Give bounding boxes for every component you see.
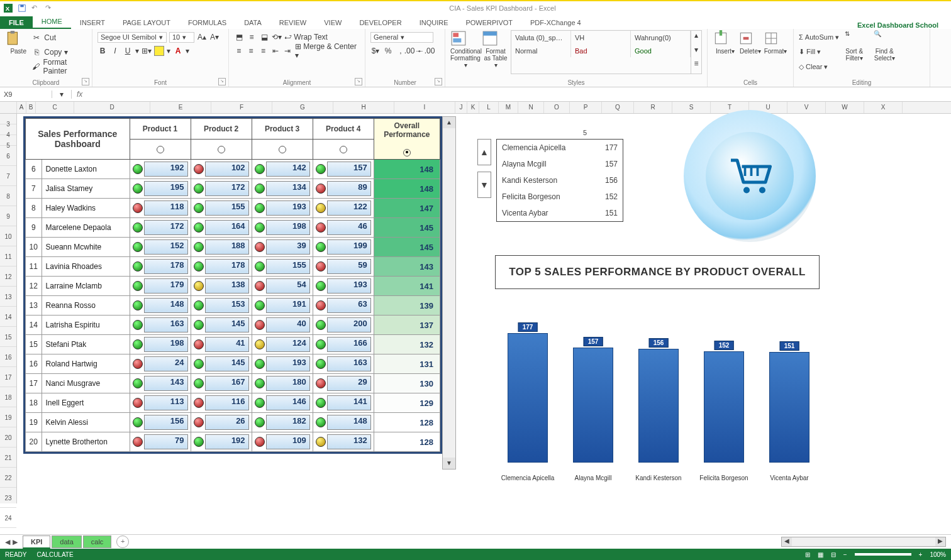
- font-size-select[interactable]: 10 ▾: [169, 32, 194, 43]
- col-hdr-S[interactable]: S: [672, 102, 711, 113]
- autosum-button[interactable]: Σ AutoSum ▾: [799, 33, 839, 41]
- horizontal-scrollbar[interactable]: ◀▶: [781, 537, 946, 547]
- orientation-icon[interactable]: ⟲▾: [272, 32, 282, 42]
- col-hdr-H[interactable]: H: [333, 102, 394, 113]
- row-hdr-15[interactable]: 15: [0, 327, 16, 347]
- radio-product1[interactable]: [157, 146, 164, 153]
- sheet-tab-kpi[interactable]: KPI: [23, 535, 50, 549]
- insert-cells-button[interactable]: Insert▾: [713, 30, 738, 74]
- name-box[interactable]: X9: [0, 91, 52, 98]
- sort-filter-button[interactable]: ⇅Sort & Filter▾: [839, 30, 869, 74]
- tab-view[interactable]: VIEW: [315, 16, 350, 29]
- tab-pdf[interactable]: PDF-XChange 4: [521, 16, 590, 29]
- align-bot-icon[interactable]: ⬓: [259, 32, 269, 42]
- underline-button[interactable]: U: [123, 46, 133, 56]
- row-hdr-16[interactable]: 16: [0, 347, 16, 367]
- row-hdr-18[interactable]: 18: [0, 387, 16, 407]
- scroll-up-icon[interactable]: ▲: [443, 117, 455, 128]
- zoom-in-icon[interactable]: +: [919, 551, 923, 558]
- row-hdr-21[interactable]: 21: [0, 447, 16, 468]
- row-hdr-3[interactable]: 3: [0, 114, 16, 124]
- gallery-up-icon[interactable]: ▴: [691, 31, 701, 45]
- number-format-select[interactable]: General ▾: [370, 32, 433, 43]
- style-valuta[interactable]: Valuta (0)_sp…: [511, 31, 571, 44]
- col-hdr-L[interactable]: L: [479, 102, 499, 113]
- col-hdr-B[interactable]: B: [26, 102, 36, 113]
- copy-button[interactable]: ⎘Copy ▾: [31, 45, 87, 59]
- row-hdr-12[interactable]: 12: [0, 266, 16, 287]
- font-color-button[interactable]: A: [173, 46, 183, 56]
- row-hdr-5[interactable]: 5: [0, 135, 16, 146]
- row-hdr-9[interactable]: 9: [0, 206, 16, 226]
- zoom-level[interactable]: 100%: [930, 551, 946, 558]
- sheet-tab-data[interactable]: data: [52, 535, 81, 548]
- col-hdr-D[interactable]: D: [74, 102, 150, 113]
- col-hdr-I[interactable]: I: [394, 102, 455, 113]
- inc-indent-icon[interactable]: ⇥: [283, 46, 292, 56]
- tab-developer[interactable]: DEVELOPER: [350, 16, 410, 29]
- col-hdr-G[interactable]: G: [272, 102, 333, 113]
- style-normal[interactable]: Normal: [511, 44, 571, 57]
- tab-inquire[interactable]: INQUIRE: [411, 16, 457, 29]
- style-good[interactable]: Good: [631, 44, 691, 57]
- zoom-slider[interactable]: [855, 553, 911, 556]
- clipboard-launcher[interactable]: ↘: [82, 78, 89, 85]
- dec-decimal-icon[interactable]: ←.00: [421, 46, 431, 56]
- tab-nav-next-icon[interactable]: ▶: [13, 538, 18, 546]
- zoom-out-icon[interactable]: −: [843, 551, 847, 558]
- row-hdr-22[interactable]: 22: [0, 468, 16, 488]
- save-icon[interactable]: [18, 4, 26, 13]
- shrink-font-icon[interactable]: A▾: [209, 32, 220, 42]
- bold-button[interactable]: B: [97, 46, 108, 56]
- col-hdr-Q[interactable]: Q: [602, 102, 634, 113]
- radio-product3[interactable]: [279, 146, 286, 153]
- clear-button[interactable]: ◇ Clear ▾: [799, 63, 839, 71]
- border-button[interactable]: ⊞▾: [142, 46, 152, 56]
- tab-review[interactable]: REVIEW: [270, 16, 315, 29]
- col-hdr-M[interactable]: M: [499, 102, 518, 113]
- font-name-select[interactable]: Segoe UI Semibol ▾: [97, 32, 167, 43]
- tab-powerpivot[interactable]: POWERPIVOT: [457, 16, 521, 29]
- style-vh[interactable]: VH: [571, 31, 631, 44]
- col-hdr-K[interactable]: K: [467, 102, 479, 113]
- row-hdr-8[interactable]: 8: [0, 186, 16, 206]
- style-bad[interactable]: Bad: [571, 44, 631, 57]
- namebox-dropdown-icon[interactable]: ▾: [52, 90, 72, 99]
- col-hdr-P[interactable]: P: [570, 102, 602, 113]
- row-hdr-13[interactable]: 13: [0, 287, 16, 307]
- col-hdr-O[interactable]: O: [544, 102, 570, 113]
- row-hdr-20[interactable]: 20: [0, 427, 16, 447]
- format-painter-button[interactable]: 🖌Format Painter: [31, 60, 87, 74]
- row-hdr-10[interactable]: 10: [0, 226, 16, 246]
- tab-nav-prev-icon[interactable]: ◀: [5, 538, 10, 546]
- radio-product4[interactable]: [340, 146, 347, 153]
- tab-insert[interactable]: INSERT: [71, 16, 114, 29]
- font-launcher[interactable]: ↘: [218, 78, 226, 85]
- tab-data[interactable]: DATA: [235, 16, 270, 29]
- tab-page-layout[interactable]: PAGE LAYOUT: [114, 16, 179, 29]
- alignment-launcher[interactable]: ↘: [355, 78, 362, 85]
- row-hdr-4[interactable]: 4: [0, 124, 16, 135]
- percent-icon[interactable]: %: [383, 46, 393, 56]
- row-hdr-24[interactable]: 24: [0, 508, 16, 528]
- undo-icon[interactable]: ↶: [31, 4, 40, 13]
- col-hdr-N[interactable]: N: [518, 102, 544, 113]
- spin-up-button[interactable]: ▲: [477, 139, 491, 165]
- align-mid-icon[interactable]: ≡: [247, 32, 257, 42]
- row-hdr-19[interactable]: 19: [0, 407, 16, 427]
- col-hdr-A[interactable]: A: [17, 102, 26, 113]
- align-center-icon[interactable]: ≡: [246, 46, 255, 56]
- italic-button[interactable]: I: [110, 46, 120, 56]
- file-tab[interactable]: FILE: [0, 16, 33, 29]
- align-right-icon[interactable]: ≡: [259, 46, 268, 56]
- paste-button[interactable]: Paste: [5, 30, 31, 74]
- worksheet-area[interactable]: Sales Performance Dashboard Product 1 Pr…: [17, 114, 951, 503]
- format-table-button[interactable]: Format as Table ▾: [482, 30, 509, 74]
- style-wahrung[interactable]: Wahrung(0): [631, 31, 691, 44]
- col-hdr-R[interactable]: R: [634, 102, 672, 113]
- scroll-down-icon[interactable]: ▼: [443, 458, 455, 469]
- row-hdr-7[interactable]: 7: [0, 166, 16, 186]
- view-page-icon[interactable]: ▦: [818, 551, 823, 558]
- wrap-text-button[interactable]: ⮐ Wrap Text: [284, 33, 328, 41]
- row-hdr-14[interactable]: 14: [0, 307, 16, 327]
